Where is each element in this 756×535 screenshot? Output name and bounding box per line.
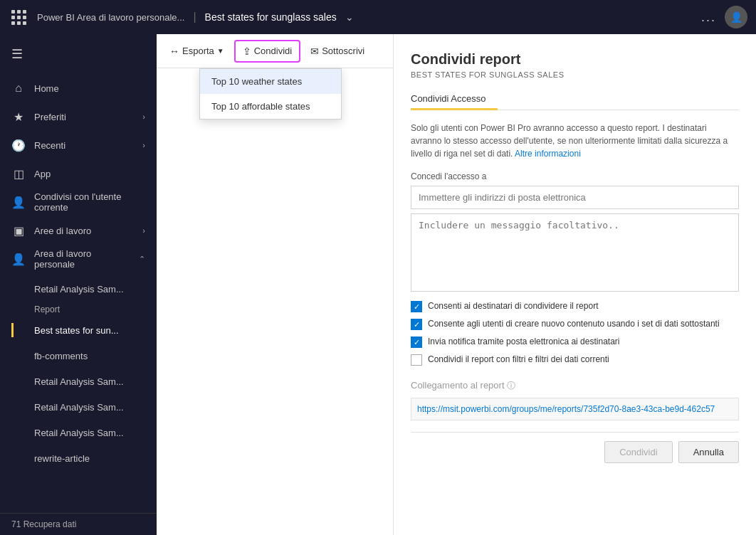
sidebar-fb-comments[interactable]: fb-comments (0, 343, 157, 369)
checkbox-1[interactable]: ✓ (411, 301, 422, 312)
checkbox-4-label: Condividi il report con filtri e filtri … (428, 354, 609, 366)
sidebar-retail-sam2[interactable]: Retail Analysis Sam... (0, 369, 157, 394)
checkbox-row-4: ✓ Condividi il report con filtri e filtr… (411, 354, 739, 366)
chevron-right-icon: › (142, 226, 145, 235)
sidebar-footer: 71 Recupera dati (0, 513, 157, 535)
checkbox-row-2: ✓ Consente agli utenti di creare nuovo c… (411, 318, 739, 330)
sidebar-item-recenti[interactable]: 🕐 Recenti › (0, 131, 157, 159)
home-icon: ⌂ (11, 82, 26, 95)
panel-subtitle: BEST STATES FOR SUNGLASS SALES (411, 70, 739, 79)
sidebar-top: ☰ (0, 34, 157, 74)
dropdown-item-weather[interactable]: Top 10 weather states (200, 69, 341, 94)
annulla-button[interactable]: Annulla (678, 441, 739, 463)
checkbox-2[interactable]: ✓ (411, 319, 422, 330)
sidebar-best-states[interactable]: Best states for sun... (0, 317, 157, 343)
chevron-down-icon: ▼ (217, 47, 224, 55)
sidebar-item-preferiti[interactable]: ★ Preferiti › (0, 102, 157, 131)
tab-condividi-accesso[interactable]: Condividi Accesso (411, 88, 498, 110)
panel-link-section: Collegamento al report ⓘ https://msit.po… (411, 380, 739, 420)
checkbox-row-1: ✓ Consenti ai destinatari di condividere… (411, 300, 739, 312)
waffle-icon (11, 10, 26, 25)
topbar: Power BI Area di lavoro personale... | B… (0, 0, 756, 34)
email-input[interactable] (411, 186, 739, 209)
topbar-more-button[interactable]: ... (701, 10, 716, 25)
avatar[interactable]: 👤 (725, 6, 747, 28)
sidebar-recenti-label: Recenti (34, 140, 134, 151)
topbar-report-title: Best states for sunglass sales (205, 11, 337, 23)
sidebar-condivisi-label: Condivisi con l'utente corrente (34, 191, 145, 213)
sidebar-item-area-personale[interactable]: 👤 Area di lavoro personale ⌃ (0, 245, 157, 273)
sidebar-retail-sam4[interactable]: Retail Analysis Sam... (0, 420, 157, 445)
clock-icon: 🕐 (11, 139, 26, 152)
sidebar-preferiti-label: Preferiti (34, 112, 134, 122)
panel-title: Condividi report (411, 51, 739, 68)
sidebar: ☰ ⌂ Home ★ Preferiti › 🕐 Recenti › ◫ App… (0, 34, 157, 535)
dropdown-menu: Top 10 weather states Top 10 affordable … (199, 68, 342, 120)
checkbox-3[interactable]: ✓ (411, 337, 422, 348)
panel-link-url[interactable]: https://msit.powerbi.com/groups/me/repor… (411, 398, 739, 420)
sidebar-retail-sam3[interactable]: Retail Analysis Sam... (0, 394, 157, 420)
panel-access-label: Concedi l'accesso a (411, 171, 739, 181)
sottoscrivi-button[interactable]: ✉ Sottoscrivi (303, 41, 372, 61)
chevron-up-icon: ⌃ (139, 255, 145, 264)
topbar-right: ... 👤 (701, 6, 747, 28)
panel-info-text: Solo gli utenti con Power BI Pro avranno… (411, 122, 739, 160)
main-layout: ☰ ⌂ Home ★ Preferiti › 🕐 Recenti › ◫ App… (0, 34, 756, 535)
sidebar-aree-label: Aree di lavoro (34, 226, 134, 236)
panel-info-link[interactable]: Altre informazioni (515, 149, 581, 159)
panel-footer: Condividi Annulla (411, 432, 739, 463)
condividi-submit-button[interactable]: Condividi (604, 441, 672, 463)
message-textarea[interactable] (411, 213, 739, 292)
content-area: ↔ Esporta ▼ ⇪ Condividi ✉ Sottoscrivi To… (157, 34, 393, 535)
app-icon: ◫ (11, 167, 26, 181)
sidebar-item-home[interactable]: ⌂ Home (0, 74, 157, 102)
esporta-button[interactable]: ↔ Esporta ▼ (162, 41, 231, 61)
panel-tabs: Condividi Accesso (411, 88, 739, 110)
sidebar-workspace-section: Retail Analysis Sam... Report Best state… (0, 273, 157, 474)
panel-link-label: Collegamento al report ⓘ (411, 380, 739, 392)
checkbox-1-label: Consenti ai destinatari di condividere i… (428, 300, 598, 312)
export-icon: ↔ (169, 46, 179, 57)
sidebar-area-personale-label: Area di lavoro personale (34, 248, 130, 270)
sidebar-item-aree[interactable]: ▣ Aree di lavoro › (0, 216, 157, 245)
checkbox-3-label: Invia notifica tramite posta elettronica… (428, 336, 619, 348)
subscribe-icon: ✉ (310, 46, 319, 57)
person-icon: 👤 (11, 196, 26, 209)
condividi-button[interactable]: ⇪ Condividi (234, 40, 300, 63)
dropdown-item-affordable[interactable]: Top 10 affordable states (200, 94, 341, 119)
checkbox-4[interactable]: ✓ (411, 354, 422, 366)
sidebar-item-condivisi[interactable]: 👤 Condivisi con l'utente corrente (0, 188, 157, 216)
checkbox-row-3: ✓ Invia notifica tramite posta elettroni… (411, 336, 739, 348)
chevron-right-icon: › (142, 141, 145, 149)
topbar-separator: | (193, 11, 196, 23)
star-icon: ★ (11, 110, 26, 124)
topbar-app-name: Power BI Area di lavoro personale... (37, 12, 184, 23)
sidebar-rewrite-article[interactable]: rewrite-article (0, 445, 157, 471)
chevron-right-icon: › (142, 112, 145, 121)
sidebar-home-label: Home (34, 83, 145, 94)
sidebar-app-label: App (34, 169, 145, 179)
share-icon: ⇪ (243, 46, 251, 57)
workspace-icon: ▣ (11, 224, 26, 238)
checkbox-2-label: Consente agli utenti di creare nuovo con… (428, 318, 720, 330)
condividi-panel: Condividi report BEST STATES FOR SUNGLAS… (393, 34, 756, 535)
toolbar: ↔ Esporta ▼ ⇪ Condividi ✉ Sottoscrivi (157, 34, 393, 68)
sidebar-report-section-label: Report (0, 302, 157, 317)
hamburger-button[interactable]: ☰ (0, 40, 34, 68)
sidebar-retail-sam1[interactable]: Retail Analysis Sam... (0, 276, 157, 302)
person-circle-icon: 👤 (11, 253, 26, 266)
chevron-down-icon[interactable]: ⌄ (345, 11, 354, 23)
waffle-button[interactable] (9, 7, 28, 27)
info-icon: ⓘ (507, 381, 515, 391)
sidebar-item-app[interactable]: ◫ App (0, 159, 157, 188)
